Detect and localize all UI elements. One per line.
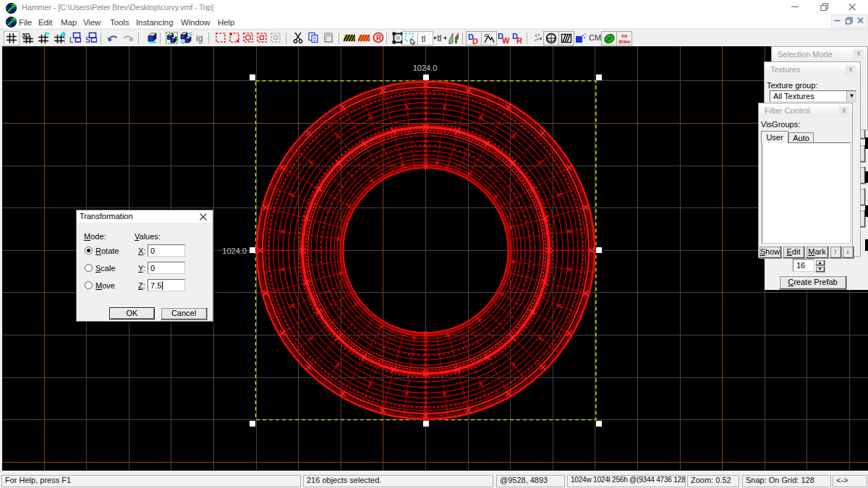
svg-text:CM: CM [589, 33, 601, 42]
svg-text:R: R [516, 36, 522, 44]
svg-text:L: L [69, 36, 74, 43]
svg-text:D: D [472, 37, 478, 45]
svg-text:S: S [85, 36, 90, 43]
svg-text:1024.0: 1024.0 [222, 247, 247, 255]
svg-text:R: R [376, 34, 382, 42]
svg-text:1024.0: 1024.0 [413, 64, 438, 72]
svg-text:W: W [502, 36, 510, 44]
svg-text:tl: tl [438, 33, 442, 43]
svg-text:tl: tl [422, 34, 426, 44]
svg-text:draw: draw [618, 39, 631, 44]
svg-text:ig: ig [196, 33, 203, 43]
svg-text:no: no [621, 33, 628, 38]
